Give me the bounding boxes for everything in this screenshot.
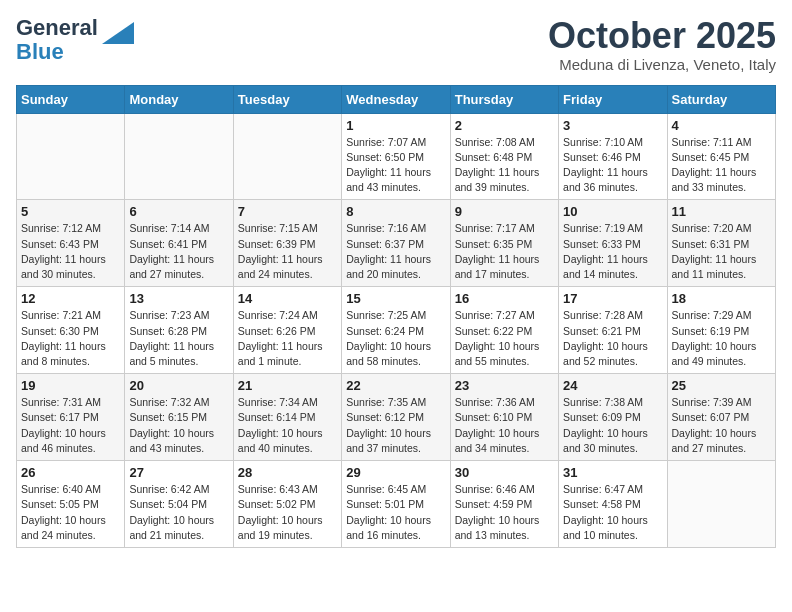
day-number: 9 xyxy=(455,204,554,219)
day-number: 11 xyxy=(672,204,771,219)
day-info: Sunrise: 7:10 AMSunset: 6:46 PMDaylight:… xyxy=(563,135,662,196)
table-row: 20Sunrise: 7:32 AMSunset: 6:15 PMDayligh… xyxy=(125,374,233,461)
day-info: Sunrise: 7:20 AMSunset: 6:31 PMDaylight:… xyxy=(672,221,771,282)
table-row: 3Sunrise: 7:10 AMSunset: 6:46 PMDaylight… xyxy=(559,113,667,200)
day-info: Sunrise: 6:47 AMSunset: 4:58 PMDaylight:… xyxy=(563,482,662,543)
month-title: October 2025 xyxy=(548,16,776,56)
day-info: Sunrise: 7:38 AMSunset: 6:09 PMDaylight:… xyxy=(563,395,662,456)
svg-marker-0 xyxy=(102,22,134,44)
day-number: 24 xyxy=(563,378,662,393)
col-friday: Friday xyxy=(559,85,667,113)
logo-general: General xyxy=(16,15,98,40)
day-number: 28 xyxy=(238,465,337,480)
day-info: Sunrise: 7:34 AMSunset: 6:14 PMDaylight:… xyxy=(238,395,337,456)
table-row: 17Sunrise: 7:28 AMSunset: 6:21 PMDayligh… xyxy=(559,287,667,374)
day-info: Sunrise: 7:21 AMSunset: 6:30 PMDaylight:… xyxy=(21,308,120,369)
day-info: Sunrise: 7:07 AMSunset: 6:50 PMDaylight:… xyxy=(346,135,445,196)
day-number: 18 xyxy=(672,291,771,306)
table-row: 10Sunrise: 7:19 AMSunset: 6:33 PMDayligh… xyxy=(559,200,667,287)
calendar-week-row: 12Sunrise: 7:21 AMSunset: 6:30 PMDayligh… xyxy=(17,287,776,374)
table-row: 13Sunrise: 7:23 AMSunset: 6:28 PMDayligh… xyxy=(125,287,233,374)
table-row: 16Sunrise: 7:27 AMSunset: 6:22 PMDayligh… xyxy=(450,287,558,374)
col-sunday: Sunday xyxy=(17,85,125,113)
day-number: 29 xyxy=(346,465,445,480)
table-row: 30Sunrise: 6:46 AMSunset: 4:59 PMDayligh… xyxy=(450,461,558,548)
day-number: 1 xyxy=(346,118,445,133)
col-monday: Monday xyxy=(125,85,233,113)
day-info: Sunrise: 7:11 AMSunset: 6:45 PMDaylight:… xyxy=(672,135,771,196)
table-row: 15Sunrise: 7:25 AMSunset: 6:24 PMDayligh… xyxy=(342,287,450,374)
calendar-table: Sunday Monday Tuesday Wednesday Thursday… xyxy=(16,85,776,548)
table-row: 25Sunrise: 7:39 AMSunset: 6:07 PMDayligh… xyxy=(667,374,775,461)
logo-blue: Blue xyxy=(16,39,64,64)
table-row: 14Sunrise: 7:24 AMSunset: 6:26 PMDayligh… xyxy=(233,287,341,374)
day-info: Sunrise: 6:40 AMSunset: 5:05 PMDaylight:… xyxy=(21,482,120,543)
day-info: Sunrise: 7:35 AMSunset: 6:12 PMDaylight:… xyxy=(346,395,445,456)
table-row: 19Sunrise: 7:31 AMSunset: 6:17 PMDayligh… xyxy=(17,374,125,461)
day-info: Sunrise: 6:43 AMSunset: 5:02 PMDaylight:… xyxy=(238,482,337,543)
table-row: 31Sunrise: 6:47 AMSunset: 4:58 PMDayligh… xyxy=(559,461,667,548)
day-number: 4 xyxy=(672,118,771,133)
calendar-week-row: 5Sunrise: 7:12 AMSunset: 6:43 PMDaylight… xyxy=(17,200,776,287)
table-row xyxy=(233,113,341,200)
day-number: 17 xyxy=(563,291,662,306)
day-info: Sunrise: 7:15 AMSunset: 6:39 PMDaylight:… xyxy=(238,221,337,282)
col-wednesday: Wednesday xyxy=(342,85,450,113)
day-number: 12 xyxy=(21,291,120,306)
table-row: 26Sunrise: 6:40 AMSunset: 5:05 PMDayligh… xyxy=(17,461,125,548)
table-row: 9Sunrise: 7:17 AMSunset: 6:35 PMDaylight… xyxy=(450,200,558,287)
day-info: Sunrise: 7:24 AMSunset: 6:26 PMDaylight:… xyxy=(238,308,337,369)
table-row: 22Sunrise: 7:35 AMSunset: 6:12 PMDayligh… xyxy=(342,374,450,461)
day-info: Sunrise: 7:39 AMSunset: 6:07 PMDaylight:… xyxy=(672,395,771,456)
day-number: 26 xyxy=(21,465,120,480)
col-tuesday: Tuesday xyxy=(233,85,341,113)
table-row: 12Sunrise: 7:21 AMSunset: 6:30 PMDayligh… xyxy=(17,287,125,374)
calendar-header-row: Sunday Monday Tuesday Wednesday Thursday… xyxy=(17,85,776,113)
day-info: Sunrise: 7:31 AMSunset: 6:17 PMDaylight:… xyxy=(21,395,120,456)
day-info: Sunrise: 7:25 AMSunset: 6:24 PMDaylight:… xyxy=(346,308,445,369)
calendar-week-row: 19Sunrise: 7:31 AMSunset: 6:17 PMDayligh… xyxy=(17,374,776,461)
table-row: 28Sunrise: 6:43 AMSunset: 5:02 PMDayligh… xyxy=(233,461,341,548)
day-number: 20 xyxy=(129,378,228,393)
col-saturday: Saturday xyxy=(667,85,775,113)
day-info: Sunrise: 7:23 AMSunset: 6:28 PMDaylight:… xyxy=(129,308,228,369)
day-number: 5 xyxy=(21,204,120,219)
table-row: 8Sunrise: 7:16 AMSunset: 6:37 PMDaylight… xyxy=(342,200,450,287)
day-number: 16 xyxy=(455,291,554,306)
day-number: 3 xyxy=(563,118,662,133)
day-number: 14 xyxy=(238,291,337,306)
table-row: 6Sunrise: 7:14 AMSunset: 6:41 PMDaylight… xyxy=(125,200,233,287)
day-info: Sunrise: 7:12 AMSunset: 6:43 PMDaylight:… xyxy=(21,221,120,282)
day-info: Sunrise: 6:45 AMSunset: 5:01 PMDaylight:… xyxy=(346,482,445,543)
day-number: 27 xyxy=(129,465,228,480)
table-row: 1Sunrise: 7:07 AMSunset: 6:50 PMDaylight… xyxy=(342,113,450,200)
logo: General Blue xyxy=(16,16,134,64)
day-number: 6 xyxy=(129,204,228,219)
calendar-week-row: 26Sunrise: 6:40 AMSunset: 5:05 PMDayligh… xyxy=(17,461,776,548)
day-number: 31 xyxy=(563,465,662,480)
day-info: Sunrise: 6:46 AMSunset: 4:59 PMDaylight:… xyxy=(455,482,554,543)
day-info: Sunrise: 7:36 AMSunset: 6:10 PMDaylight:… xyxy=(455,395,554,456)
table-row xyxy=(125,113,233,200)
day-info: Sunrise: 7:16 AMSunset: 6:37 PMDaylight:… xyxy=(346,221,445,282)
day-number: 13 xyxy=(129,291,228,306)
table-row: 27Sunrise: 6:42 AMSunset: 5:04 PMDayligh… xyxy=(125,461,233,548)
day-number: 21 xyxy=(238,378,337,393)
day-info: Sunrise: 7:08 AMSunset: 6:48 PMDaylight:… xyxy=(455,135,554,196)
day-info: Sunrise: 7:19 AMSunset: 6:33 PMDaylight:… xyxy=(563,221,662,282)
calendar-week-row: 1Sunrise: 7:07 AMSunset: 6:50 PMDaylight… xyxy=(17,113,776,200)
table-row: 29Sunrise: 6:45 AMSunset: 5:01 PMDayligh… xyxy=(342,461,450,548)
day-number: 19 xyxy=(21,378,120,393)
day-info: Sunrise: 7:29 AMSunset: 6:19 PMDaylight:… xyxy=(672,308,771,369)
day-number: 30 xyxy=(455,465,554,480)
day-info: Sunrise: 7:32 AMSunset: 6:15 PMDaylight:… xyxy=(129,395,228,456)
day-info: Sunrise: 6:42 AMSunset: 5:04 PMDaylight:… xyxy=(129,482,228,543)
day-number: 25 xyxy=(672,378,771,393)
table-row: 23Sunrise: 7:36 AMSunset: 6:10 PMDayligh… xyxy=(450,374,558,461)
day-number: 22 xyxy=(346,378,445,393)
day-number: 2 xyxy=(455,118,554,133)
table-row: 21Sunrise: 7:34 AMSunset: 6:14 PMDayligh… xyxy=(233,374,341,461)
day-info: Sunrise: 7:17 AMSunset: 6:35 PMDaylight:… xyxy=(455,221,554,282)
day-number: 8 xyxy=(346,204,445,219)
table-row: 4Sunrise: 7:11 AMSunset: 6:45 PMDaylight… xyxy=(667,113,775,200)
